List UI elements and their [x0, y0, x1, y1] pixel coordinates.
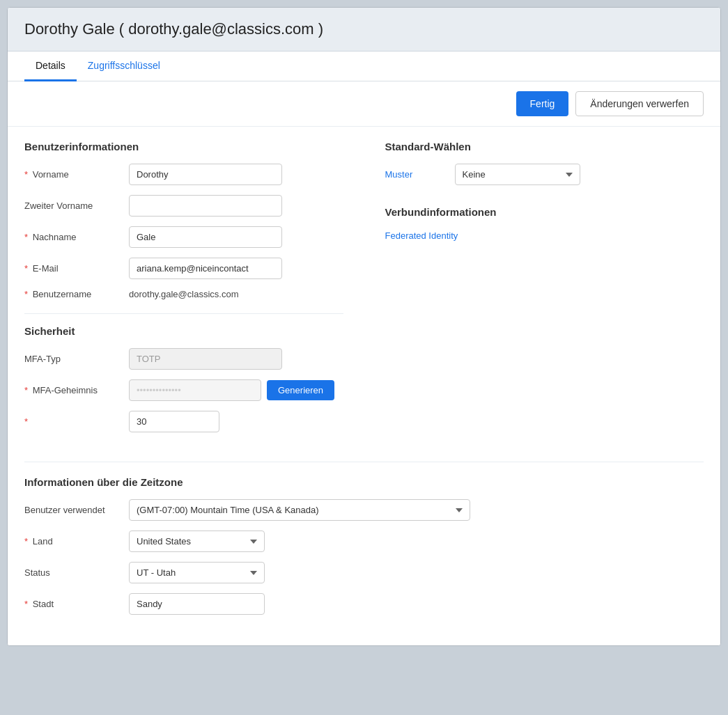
mfa-type-row: MFA-Typ — [24, 348, 343, 370]
email-input[interactable] — [129, 258, 282, 279]
generieren-button[interactable]: Generieren — [267, 380, 334, 400]
stadt-input[interactable] — [129, 593, 265, 615]
status-label: Status — [24, 567, 129, 578]
security-section-title: Sicherheit — [24, 325, 343, 337]
status-select[interactable]: UT - Utah CA - California — [129, 562, 265, 583]
nachname-row: * Nachname — [24, 226, 343, 248]
required-star: * — [24, 536, 28, 547]
right-column: Standard-Wählen Muster Keine Standard Er… — [371, 141, 704, 442]
zweiter-vorname-label: Zweiter Vorname — [24, 201, 129, 211]
mfa-secret-row: * MFA-Geheimnis Generieren — [24, 379, 343, 401]
nachname-input[interactable] — [129, 226, 282, 248]
left-column: Benutzerinformationen * Vorname Zweiter … — [24, 141, 343, 442]
required-star: * — [24, 169, 28, 180]
save-button[interactable]: Fertig — [516, 91, 569, 116]
required-star: * — [24, 232, 28, 242]
tab-bar: Details Zugriffsschlüssel — [8, 52, 720, 81]
timezone-select[interactable]: (GMT-07:00) Mountain Time (USA & Kanada)… — [129, 499, 470, 521]
muster-select[interactable]: Keine Standard Erweitert — [455, 164, 580, 185]
land-select[interactable]: United States Germany — [129, 531, 265, 552]
benutzername-value: dorothy.gale@classics.com — [129, 289, 238, 299]
required-star: * — [24, 263, 28, 274]
mfa-timeout-label: * — [24, 416, 129, 427]
muster-label: Muster — [385, 169, 441, 180]
email-label: * E-Mail — [24, 263, 129, 274]
toolbar: Fertig Änderungen verwerfen — [8, 81, 720, 127]
stadt-row: * Stadt — [24, 593, 704, 615]
federated-identity-link[interactable]: Federated Identity — [385, 230, 458, 241]
mfa-type-input — [129, 348, 282, 370]
vorname-label: * Vorname — [24, 169, 129, 180]
title-bar: Dorothy Gale ( dorothy.gale@classics.com… — [8, 8, 720, 52]
mfa-secret-label: * MFA-Geheimnis — [24, 385, 129, 395]
tab-access-key[interactable]: Zugriffsschlüssel — [77, 52, 171, 81]
vorname-row: * Vorname — [24, 164, 343, 185]
tab-details[interactable]: Details — [24, 52, 77, 81]
timezone-benutzer-label: Benutzer verwendet — [24, 505, 129, 515]
nachname-label: * Nachname — [24, 232, 129, 242]
required-star: * — [24, 385, 28, 395]
mfa-secret-input[interactable] — [129, 379, 261, 401]
page-title: Dorothy Gale ( dorothy.gale@classics.com… — [24, 20, 704, 38]
discard-button[interactable]: Änderungen verwerfen — [575, 91, 704, 116]
verbund-section: Verbundinformationen Federated Identity — [385, 206, 704, 242]
benutzer-section-title: Benutzerinformationen — [24, 141, 343, 152]
two-column-layout: Benutzerinformationen * Vorname Zweiter … — [24, 141, 704, 442]
muster-row: Muster Keine Standard Erweitert — [385, 164, 704, 185]
mfa-timeout-row: * — [24, 411, 343, 432]
mfa-type-label: MFA-Typ — [24, 354, 129, 364]
benutzername-row: * Benutzername dorothy.gale@classics.com — [24, 289, 343, 299]
verbund-section-title: Verbundinformationen — [385, 206, 704, 218]
content-area: Benutzerinformationen * Vorname Zweiter … — [8, 127, 720, 645]
stadt-label: * Stadt — [24, 599, 129, 609]
required-star: * — [24, 416, 28, 427]
land-label: * Land — [24, 536, 129, 547]
mfa-timeout-input[interactable] — [129, 411, 219, 432]
timezone-row: Benutzer verwendet (GMT-07:00) Mountain … — [24, 499, 704, 521]
zweiter-vorname-row: Zweiter Vorname — [24, 195, 343, 217]
land-row: * Land United States Germany — [24, 531, 704, 552]
required-star: * — [24, 599, 28, 609]
status-row: Status UT - Utah CA - California — [24, 562, 704, 583]
vorname-input[interactable] — [129, 164, 282, 185]
mfa-input-group: Generieren — [129, 379, 334, 401]
zweiter-vorname-input[interactable] — [129, 195, 282, 217]
standard-section-title: Standard-Wählen — [385, 141, 704, 152]
timezone-section: Informationen über die Zeitzone Benutzer… — [24, 462, 704, 615]
timezone-section-title: Informationen über die Zeitzone — [24, 476, 704, 488]
benutzername-label: * Benutzername — [24, 289, 129, 299]
main-window: Dorothy Gale ( dorothy.gale@classics.com… — [7, 7, 721, 646]
email-row: * E-Mail — [24, 258, 343, 279]
required-star: * — [24, 289, 28, 299]
